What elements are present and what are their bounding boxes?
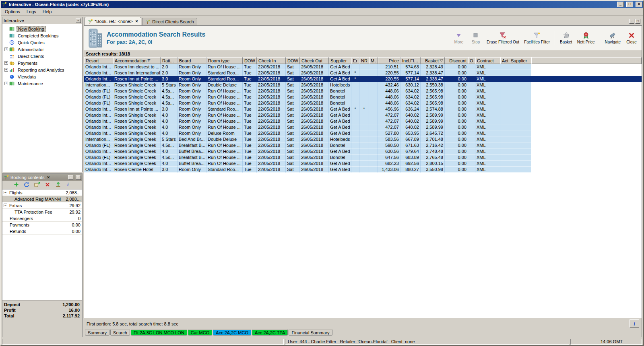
booking-contents-close-icon[interactable]: ✕ xyxy=(46,175,51,179)
window-minimize-button[interactable]: _ xyxy=(617,2,624,7)
tab-direct-clients-search[interactable]: Direct Clients Search xyxy=(142,18,197,25)
bottom-tab-car-mco[interactable]: Car MCO xyxy=(188,330,212,336)
booking-item-extras[interactable]: −Extras29.92 xyxy=(2,202,82,209)
column-header-dow[interactable]: DOW xyxy=(286,57,300,64)
result-row[interactable]: Orlando Int...Rosen Shingle Creek4.0Buff… xyxy=(84,148,642,154)
bc-export-button[interactable] xyxy=(55,181,62,188)
sidebar-item-reporting-and-analytics[interactable]: +Reporting and Analytics xyxy=(2,66,82,73)
total-value: 2,117.92 xyxy=(63,313,80,318)
bc-refresh-button[interactable] xyxy=(23,181,30,188)
interactive-panel-collapse-button[interactable]: − xyxy=(76,18,81,23)
expand-icon[interactable]: + xyxy=(4,47,8,51)
sidebar-item-quick-quotes[interactable]: Quick Quotes xyxy=(2,39,82,46)
sidebar-item-viewdata[interactable]: Viewdata xyxy=(2,73,82,80)
column-header-board[interactable]: Board xyxy=(178,57,206,64)
mdi-minimize-button[interactable]: − xyxy=(629,19,634,24)
result-row[interactable]: Orlando Int...Rosen Centre Hotel3.0Room … xyxy=(84,167,642,173)
column-header-er[interactable]: Er xyxy=(351,57,359,64)
result-row[interactable]: Orlando (FL)Rosen Shingle Creek4.5s...Br… xyxy=(84,142,642,148)
result-row[interactable]: Orlando (FL)Rosen Shingle Creek4.5s...Br… xyxy=(84,154,642,161)
result-row[interactable]: Orlando Int...Rosen Shingle Creek4.0Buff… xyxy=(84,161,642,167)
booking-item-passengers[interactable]: Passengers0 xyxy=(2,215,82,222)
booking-contents-minimize-button[interactable]: − xyxy=(68,175,73,180)
booking-item-tta-protection-fee[interactable]: TTA Protection Fee29.92 xyxy=(2,209,82,215)
bottom-tab-acc-2a-2c-mco[interactable]: Acc 2A,2C MCO xyxy=(213,330,251,336)
bc-add-button[interactable] xyxy=(13,181,20,188)
booking-item-refunds[interactable]: Refunds0.00 xyxy=(2,228,82,235)
window-maximize-button[interactable]: □ xyxy=(626,2,633,7)
result-row[interactable]: Orlando (FL)Rosen Shingle Creek4.5s...Ro… xyxy=(84,88,642,94)
cell-board: Room Only xyxy=(178,118,206,124)
column-header-nr[interactable]: NR xyxy=(359,57,369,64)
menu-logs[interactable]: Logs xyxy=(23,8,39,15)
result-row[interactable]: Orlando Int...Rosen Shingle Creek4.0Room… xyxy=(84,130,642,136)
total-row: Total 2,117.92 xyxy=(4,313,80,319)
sidebar-item-new-booking[interactable]: New Booking xyxy=(2,25,82,32)
column-header-basket[interactable]: Basket xyxy=(421,57,445,64)
column-header-room-type[interactable]: Room type xyxy=(206,57,243,64)
sidebar-item-administrator[interactable]: +Administrator xyxy=(2,46,82,53)
column-header-resort[interactable]: Resort xyxy=(84,57,113,64)
booking-item-advanced-reg-man-m[interactable]: Advanced Reg MAN>M2,088... xyxy=(2,196,82,202)
column-header-accommodation[interactable]: Accommodation xyxy=(113,57,161,64)
expand-icon[interactable]: + xyxy=(4,82,8,85)
sidebar-item-completed-bookings[interactable]: Completed Bookings xyxy=(2,32,82,39)
bottom-tab-flt-2a-3c-lon-mco-lon[interactable]: Flt 2A,3C LON MCO LON xyxy=(131,330,187,336)
bc-add-to-basket-button[interactable] xyxy=(34,181,41,188)
toolbar-button-label: Navigate xyxy=(605,40,621,44)
result-row[interactable]: Internation...Rosen Shingle Creek5 Stars… xyxy=(84,136,642,142)
window-close-button[interactable]: X xyxy=(636,2,642,7)
column-header-contract[interactable]: Contract xyxy=(475,57,500,64)
result-row[interactable]: Orlando (FL)Rosen Shingle Creek4.5s...Ro… xyxy=(84,100,642,106)
collapse-icon[interactable]: − xyxy=(4,191,7,194)
bottom-tab-summary[interactable]: Summary xyxy=(85,330,109,336)
result-row[interactable]: Orlando Int...Rosen Inn International2.0… xyxy=(84,70,642,76)
column-header-of[interactable]: Of xyxy=(468,57,475,64)
column-header-supplier[interactable]: Supplier xyxy=(329,57,351,64)
column-header-act-supplier[interactable]: Act. Supplier xyxy=(500,57,531,64)
column-header-incl-fl-pp[interactable]: Incl.Fl.PP xyxy=(400,57,421,64)
nett-price-button[interactable]: Nett Price xyxy=(577,32,595,44)
result-row[interactable]: Orlando Int...Rosen Shingle Creek4.0Room… xyxy=(84,124,642,130)
mdi-restore-button[interactable]: □ xyxy=(635,19,640,24)
booking-item-payments[interactable]: Payments0.00 xyxy=(2,222,82,228)
sidebar-item-payments[interactable]: +Payments xyxy=(2,60,82,66)
tab-booking-ref[interactable]: *Book. ref.: <none> ✕ xyxy=(85,17,141,25)
bc-info-button[interactable]: i xyxy=(65,181,72,188)
result-row[interactable]: Orlando (FL)Rosen Shingle Creek4.5s...Ro… xyxy=(84,94,642,100)
bottom-tab-financial-summary[interactable]: Financial Summary xyxy=(289,330,332,336)
result-row[interactable]: Orlando Int...Rosen Inn at Pointe ...3.0… xyxy=(84,76,642,82)
result-row[interactable]: Orlando Int...Rosen Shingle Creek4.0Room… xyxy=(84,118,642,124)
collapse-icon[interactable]: − xyxy=(4,204,7,207)
booking-contents-float-button[interactable]: □ xyxy=(76,175,81,180)
result-row[interactable]: Orlando Int...Rosen Shingle Creek4.0Room… xyxy=(84,112,642,118)
menu-help[interactable]: Help xyxy=(39,8,55,15)
column-header-discount[interactable]: Discount xyxy=(445,57,468,64)
result-row[interactable]: Orlando Int...Rosen Inn at Pointe ...3.0… xyxy=(84,106,642,112)
facilities-filter-button[interactable]: Facilities Filter xyxy=(524,32,550,44)
filter-icon[interactable] xyxy=(147,58,151,63)
expand-icon[interactable]: + xyxy=(4,68,8,72)
column-header-price[interactable]: Price xyxy=(378,57,400,64)
column-header-check-in[interactable]: Check In xyxy=(257,57,286,64)
sidebar-item-maintenance[interactable]: +Maintenance xyxy=(2,80,82,87)
menu-options[interactable]: Options xyxy=(2,8,23,15)
info-button[interactable]: i xyxy=(630,319,639,328)
sidebar-item-direct-clients[interactable]: Direct Clients xyxy=(2,53,82,60)
column-header-rati[interactable]: Rati... xyxy=(161,57,178,64)
column-header-check-out[interactable]: Check Out xyxy=(300,57,329,64)
column-header-ms[interactable]: MS xyxy=(369,57,378,64)
close-button[interactable]: Close xyxy=(625,32,638,44)
result-row[interactable]: Orlando Int...Rosen Inn closest to ...2.… xyxy=(84,64,642,70)
bottom-tab-search[interactable]: Search xyxy=(110,330,130,336)
expand-icon[interactable]: + xyxy=(4,61,8,65)
basket-button[interactable]: Basket xyxy=(560,32,572,44)
result-row[interactable]: Internation...Rosen Shingle Creek5 Stars… xyxy=(84,82,642,88)
bc-delete-button[interactable] xyxy=(44,181,51,188)
column-header-dow[interactable]: DOW xyxy=(243,57,257,64)
erase-filtered-out-button[interactable]: Erase Filtered Out xyxy=(487,32,519,44)
navigate-button[interactable]: Navigate xyxy=(605,32,621,44)
bottom-tab-acc-2a-2c-tpa[interactable]: Acc 2A,2C TPA xyxy=(252,330,288,336)
booking-item-flights[interactable]: −Flights2,088... xyxy=(2,189,82,196)
tab-close-icon[interactable]: ✕ xyxy=(135,19,138,23)
